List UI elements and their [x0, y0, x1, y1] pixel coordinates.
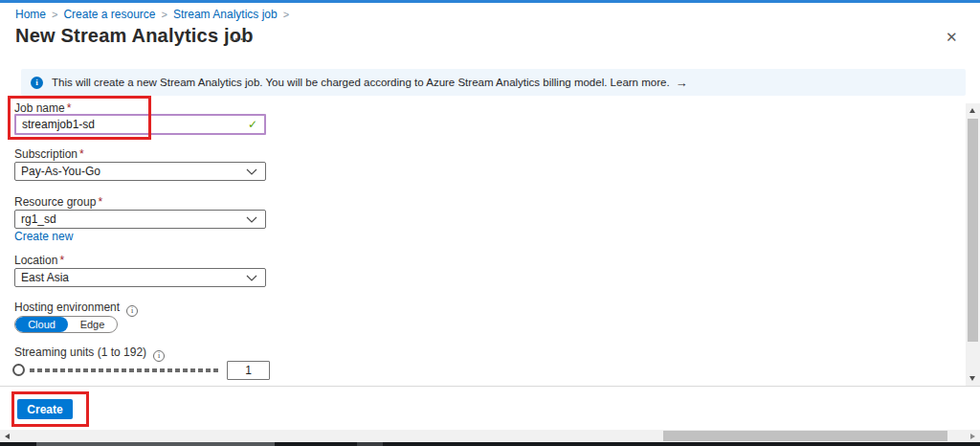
chevron-down-icon: [246, 275, 265, 281]
hosting-environment-label: Hosting environmenti: [14, 301, 138, 317]
location-value: East Asia: [15, 271, 246, 284]
create-new-link[interactable]: Create new: [14, 230, 73, 243]
resource-group-label-text: Resource group: [14, 195, 96, 209]
location-label: Location*: [14, 254, 64, 267]
streaming-units-slider-handle[interactable]: [12, 364, 25, 376]
job-name-label-text: Job name: [14, 101, 65, 115]
hosting-environment-toggle: Cloud Edge: [14, 316, 118, 333]
footer-divider: [0, 386, 980, 387]
taskbar-edge-strip: [0, 442, 980, 446]
toggle-option-cloud[interactable]: Cloud: [15, 317, 68, 332]
streaming-units-label-text: Streaming units (1 to 192): [14, 346, 146, 359]
streaming-units-label: Streaming units (1 to 192)i: [14, 346, 165, 362]
scroll-down-icon[interactable]: [969, 376, 975, 381]
subscription-label: Subscription*: [14, 147, 84, 161]
resource-group-dropdown[interactable]: rg1_sd: [14, 210, 266, 229]
scroll-left-icon[interactable]: [5, 434, 10, 439]
info-icon[interactable]: i: [153, 350, 165, 362]
job-name-input[interactable]: [16, 116, 248, 133]
horizontal-scrollbar[interactable]: [0, 430, 980, 442]
job-name-label: Job name*: [14, 101, 71, 115]
breadcrumb-create-a-resource[interactable]: Create a resource: [63, 8, 155, 21]
breadcrumb-home[interactable]: Home: [15, 8, 46, 21]
taskbar-edge-segment: [36, 442, 275, 446]
chevron-down-icon: [246, 168, 265, 175]
breadcrumb-separator: >: [162, 9, 167, 20]
required-marker: *: [98, 195, 102, 209]
arrow-right-icon[interactable]: →: [676, 76, 688, 90]
subscription-label-text: Subscription: [14, 147, 78, 161]
location-label-text: Location: [14, 254, 57, 267]
top-accent-strip: [0, 0, 980, 3]
toggle-option-edge[interactable]: Edge: [68, 317, 117, 332]
info-banner: i This will create a new Stream Analytic…: [21, 69, 966, 96]
resource-group-value: rg1_sd: [15, 212, 246, 226]
scroll-right-icon[interactable]: [970, 434, 975, 439]
chevron-down-icon: [246, 216, 265, 223]
resource-group-label: Resource group*: [14, 195, 102, 209]
subscription-value: Pay-As-You-Go: [15, 165, 246, 178]
create-button[interactable]: Create: [17, 399, 73, 419]
info-banner-text: This will create a new Stream Analytics …: [52, 77, 670, 88]
location-dropdown[interactable]: East Asia: [14, 268, 266, 287]
vertical-scrollbar-thumb[interactable]: [968, 119, 978, 342]
subscription-dropdown[interactable]: Pay-As-You-Go: [14, 162, 266, 181]
breadcrumb-stream-analytics-job[interactable]: Stream Analytics job: [173, 8, 278, 21]
valid-check-icon: ✓: [248, 118, 264, 131]
info-icon[interactable]: i: [126, 305, 138, 317]
new-stream-analytics-job-page: Home>Create a resource>Stream Analytics …: [0, 0, 980, 446]
hosting-environment-label-text: Hosting environment: [14, 301, 120, 314]
taskbar-edge-segment: [357, 442, 383, 446]
info-icon: i: [31, 77, 43, 89]
required-marker: *: [67, 101, 72, 115]
breadcrumb-separator: >: [52, 9, 57, 20]
job-name-field: ✓: [14, 114, 266, 135]
streaming-units-slider-track[interactable]: [30, 368, 220, 372]
required-marker: *: [59, 254, 64, 267]
breadcrumb: Home>Create a resource>Stream Analytics …: [15, 8, 295, 21]
close-icon[interactable]: ✕: [946, 30, 958, 44]
scroll-up-icon[interactable]: [969, 108, 975, 113]
streaming-units-value-box[interactable]: 1: [227, 361, 270, 380]
page-title: New Stream Analytics job: [15, 25, 254, 47]
vertical-scrollbar[interactable]: [966, 103, 980, 386]
more-options-icon[interactable]: ···: [230, 32, 245, 46]
horizontal-scrollbar-thumb[interactable]: [663, 431, 947, 441]
required-marker: *: [79, 147, 84, 161]
breadcrumb-separator: >: [283, 9, 289, 20]
